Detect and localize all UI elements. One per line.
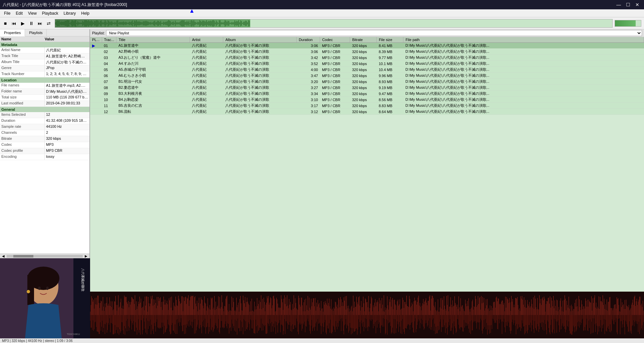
svg-rect-1266 — [441, 315, 441, 332]
svg-rect-807 — [288, 308, 289, 315]
svg-rect-857 — [305, 311, 305, 315]
prev-button[interactable]: ⏮ — [10, 19, 18, 27]
svg-rect-829 — [296, 303, 296, 315]
svg-rect-1385 — [481, 296, 481, 315]
table-row[interactable]: 03 A3.おしどり（鴛鴦）道中 八代亜紀 八代亜紀が歌う不滅の演歌 3:42 … — [90, 55, 644, 61]
scrollbar-track[interactable] — [7, 255, 83, 258]
svg-rect-1477 — [512, 302, 512, 315]
svg-rect-75 — [128, 22, 129, 24]
svg-rect-1512 — [523, 315, 524, 327]
prop-track-title: Track Title A1.旅笠道中; A2.野崎小唄; A3.. — [0, 53, 89, 59]
scroll-right-btn[interactable]: ▶ — [83, 254, 89, 258]
svg-rect-1865 — [641, 304, 642, 315]
scroll-left-btn[interactable]: ◀ — [0, 254, 7, 258]
svg-rect-1398 — [485, 315, 486, 319]
svg-rect-1479 — [513, 299, 513, 315]
svg-rect-129 — [181, 21, 182, 26]
svg-rect-729 — [262, 299, 263, 315]
next-button[interactable]: ⏭ — [36, 19, 44, 27]
table-row[interactable]: 11 B5.吉良の仁吉 八代亜紀 八代亜紀が歌う不滅の演歌 3:17 MP3 /… — [90, 103, 644, 109]
table-row[interactable]: 09 B3.大利根月夜 八代亜紀 八代亜紀が歌う不滅の演歌 3:34 MP3 /… — [90, 91, 644, 97]
menu-edit[interactable]: Edit — [13, 10, 25, 16]
svg-rect-1494 — [517, 315, 518, 329]
svg-rect-430 — [162, 315, 163, 327]
svg-rect-860 — [306, 315, 306, 326]
col-pl[interactable]: PL... — [90, 37, 102, 43]
scrollbar-thumb[interactable] — [13, 255, 33, 258]
table-row[interactable]: 05 A5.赤城の子守唄 八代亜紀 八代亜紀が歌う不滅の演歌 4:00 MP3 … — [90, 67, 644, 73]
svg-rect-1357 — [472, 301, 472, 315]
svg-rect-1286 — [448, 315, 448, 327]
svg-rect-488 — [182, 315, 182, 326]
svg-rect-682 — [246, 315, 247, 329]
svg-rect-610 — [222, 315, 223, 328]
col-codec[interactable]: Codec — [320, 37, 350, 43]
svg-rect-741 — [266, 303, 267, 315]
svg-rect-563 — [207, 306, 207, 315]
svg-rect-968 — [342, 315, 342, 318]
svg-rect-1189 — [416, 300, 416, 315]
minimize-button[interactable]: — — [615, 1, 623, 9]
progress-bar-area[interactable] — [55, 19, 613, 28]
col-track[interactable]: Trac... — [102, 37, 116, 43]
menu-help[interactable]: Help — [78, 10, 92, 16]
volume-bar[interactable] — [615, 20, 641, 27]
svg-rect-873 — [310, 310, 311, 315]
svg-rect-651 — [236, 298, 237, 315]
svg-rect-128 — [180, 21, 181, 25]
col-duration[interactable]: Duration — [297, 37, 320, 43]
svg-rect-1062 — [373, 315, 373, 328]
col-bitrate[interactable]: Bitrate — [350, 37, 377, 43]
playlist-area[interactable]: PL... Trac... Title Artist Album Duratio… — [90, 37, 644, 292]
col-album[interactable]: Album — [223, 37, 297, 43]
svg-rect-896 — [318, 315, 318, 319]
menu-view[interactable]: View — [25, 10, 39, 16]
menu-file[interactable]: File — [1, 10, 13, 16]
svg-rect-1070 — [376, 315, 376, 333]
svg-rect-502 — [186, 315, 187, 328]
close-button[interactable]: ✕ — [633, 1, 641, 9]
svg-rect-93 — [146, 21, 146, 26]
col-artist[interactable]: Artist — [190, 37, 223, 43]
svg-rect-1204 — [420, 315, 421, 323]
svg-rect-1138 — [398, 315, 399, 332]
svg-rect-714 — [257, 315, 257, 333]
table-row[interactable]: 04 A4.すみだ川 八代亜紀 八代亜紀が歌う不滅の演歌 3:52 MP3 / … — [90, 61, 644, 67]
stop-button[interactable]: ■ — [1, 19, 9, 27]
pause-button[interactable]: ⏸ — [27, 19, 35, 27]
svg-rect-1350 — [469, 315, 469, 333]
col-filesize[interactable]: File size — [377, 37, 403, 43]
table-row[interactable]: ▶ 01 A1.旅笠道中 八代亜紀 八代亜紀が歌う不滅の演歌 3:06 MP3 … — [90, 43, 644, 49]
svg-rect-960 — [339, 315, 339, 321]
svg-rect-1090 — [382, 315, 383, 327]
table-row[interactable]: 12 B6.流転 八代亜紀 八代亜紀が歌う不滅の演歌 3:12 MP3 / CB… — [90, 109, 644, 115]
svg-rect-1761 — [607, 299, 607, 315]
play-button[interactable]: ▶ — [19, 19, 27, 27]
svg-rect-1833 — [631, 308, 631, 315]
menu-playback[interactable]: Playback — [39, 10, 61, 16]
svg-rect-1449 — [503, 301, 503, 315]
tab-properties[interactable]: Properties — [0, 29, 25, 36]
menu-library[interactable]: Library — [61, 10, 79, 16]
col-filepath[interactable]: File path — [403, 37, 644, 43]
tab-playlists[interactable]: Playlists — [25, 29, 47, 36]
svg-rect-1607 — [555, 306, 556, 315]
svg-rect-711 — [256, 309, 257, 315]
svg-rect-1269 — [442, 300, 443, 315]
svg-rect-808 — [288, 315, 289, 325]
table-row[interactable]: 10 B4.お駒恋姿 八代亜紀 八代亜紀が歌う不滅の演歌 3:10 MP3 / … — [90, 97, 644, 103]
table-row[interactable]: 06 A6.むらさき小唄 八代亜紀 八代亜紀が歌う不滅の演歌 3:47 MP3 … — [90, 73, 644, 79]
svg-rect-810 — [289, 315, 289, 325]
random-button[interactable]: ⇄ — [45, 19, 53, 27]
maximize-button[interactable]: ☐ — [624, 1, 632, 9]
svg-rect-1615 — [558, 311, 558, 315]
svg-rect-431 — [163, 302, 163, 315]
table-row[interactable]: 02 A2.野崎小唄 八代亜紀 八代亜紀が歌う不滅の演歌 3:06 MP3 / … — [90, 49, 644, 55]
svg-rect-1827 — [629, 305, 629, 315]
playlist-selector[interactable]: New Playlist — [106, 30, 642, 36]
table-row[interactable]: 08 B2.妻恋道中 八代亜紀 八代亜紀が歌う不滅の演歌 3:27 MP3 / … — [90, 85, 644, 91]
col-title[interactable]: Title — [116, 37, 190, 43]
cell-filesize: 8.64 MB — [377, 109, 403, 115]
table-row[interactable]: 07 B1.明治一代女 八代亜紀 八代亜紀が歌う不滅の演歌 3:20 MP3 /… — [90, 79, 644, 85]
h-scrollbar[interactable]: ◀ ▶ — [0, 254, 89, 258]
